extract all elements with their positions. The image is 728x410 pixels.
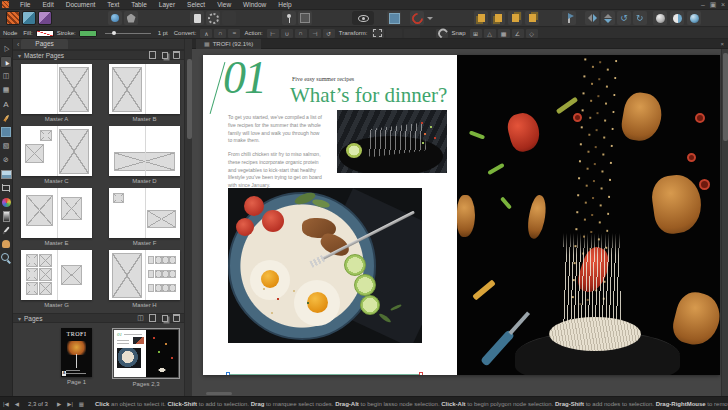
info-circle-icon[interactable] [108, 11, 122, 25]
canvas-hscroll-thumb[interactable] [206, 392, 232, 395]
smooth-curve-icon[interactable] [295, 29, 307, 38]
maximize-button[interactable]: ▣ [708, 0, 718, 10]
smooth-node-icon[interactable] [214, 29, 226, 38]
master-thumbnail[interactable] [21, 64, 92, 114]
snap-construction-icon[interactable] [484, 29, 496, 38]
minimize-button[interactable]: – [698, 0, 708, 10]
frame-text-tool-icon[interactable] [0, 70, 12, 82]
flip-vertical-icon[interactable] [601, 11, 615, 25]
master-thumbnail[interactable] [21, 126, 92, 176]
chapter-number[interactable]: 01 [223, 55, 265, 104]
insert-inside-icon[interactable] [670, 11, 684, 25]
canvas-vertical-scrollbar[interactable] [721, 49, 728, 396]
pages-header[interactable]: ▾ Pages [13, 313, 184, 323]
snap-candidates-icon[interactable] [470, 29, 482, 38]
snap-guides-icon[interactable] [512, 29, 524, 38]
document-tab[interactable]: ▦ TROFI (92.1%) [196, 39, 261, 49]
pin-icon[interactable] [282, 11, 296, 25]
sharp-node-icon[interactable] [200, 29, 212, 38]
master-pages-header[interactable]: ▾ Master Pages [13, 50, 184, 60]
page-3-full-bleed-photo[interactable] [457, 55, 720, 375]
rotate-red-icon[interactable] [410, 11, 424, 25]
menu-table[interactable]: Table [125, 0, 153, 10]
reverse-curves-icon[interactable] [323, 29, 335, 38]
gear-icon[interactable] [206, 11, 220, 25]
designer-persona-icon[interactable] [22, 11, 36, 25]
page-2[interactable]: 01 Five easy summer recipes What’s for d… [203, 55, 457, 375]
salmon-photo[interactable] [337, 110, 447, 173]
join-curves-icon[interactable] [309, 29, 321, 38]
fill-gradient-tool-icon[interactable] [0, 196, 12, 208]
move-tool-icon[interactable] [0, 42, 12, 54]
line-start-node-handle[interactable] [226, 372, 230, 375]
pentagon-icon[interactable] [124, 11, 138, 25]
panel-scrollbar[interactable] [184, 39, 192, 396]
last-spread-button[interactable]: ▶| [67, 401, 73, 407]
page-1-thumbnail[interactable]: TROFI A [61, 328, 92, 377]
line-end-node-handle[interactable] [419, 372, 423, 375]
article-title[interactable]: What’s for dinner? [290, 83, 447, 108]
insert-ontop-icon[interactable] [687, 11, 701, 25]
snap-grid-icon[interactable] [498, 29, 510, 38]
blank-button[interactable] [222, 11, 236, 25]
artistic-text-tool-icon[interactable] [0, 98, 12, 110]
close-curve-icon[interactable] [281, 29, 293, 38]
spread-icon[interactable] [136, 314, 145, 322]
delete-master-icon[interactable] [172, 51, 181, 59]
add-page-icon[interactable] [148, 314, 157, 322]
move-to-front-icon[interactable] [474, 11, 488, 25]
duplicate-master-icon[interactable] [160, 51, 169, 59]
zoom-tool-icon[interactable] [0, 252, 12, 264]
pen-tool-icon[interactable] [0, 112, 12, 124]
hand-tool-icon[interactable] [0, 238, 12, 250]
smart-node-icon[interactable] [228, 29, 240, 38]
rectangle-tool-icon[interactable] [0, 126, 12, 138]
rotate-ccw-icon[interactable] [617, 11, 631, 25]
clipboard-icon[interactable] [298, 11, 312, 25]
picture-frame-rect-icon[interactable] [0, 140, 12, 152]
pages-2-3-thumbnail-selected[interactable]: 01 [112, 328, 180, 379]
margins-icon[interactable] [387, 11, 401, 25]
menu-layer[interactable]: Layer [153, 0, 181, 10]
menu-document[interactable]: Document [60, 0, 102, 10]
menu-file[interactable]: File [14, 0, 36, 10]
insert-behind-icon[interactable] [653, 11, 667, 25]
master-thumbnail[interactable] [21, 250, 92, 300]
rotate-cw-icon[interactable] [633, 11, 647, 25]
collapse-panel-icon[interactable]: ‹ [17, 41, 19, 48]
close-button[interactable]: × [718, 0, 728, 10]
document-icon[interactable] [190, 11, 204, 25]
stroke-width-value[interactable]: 1 pt [158, 30, 168, 36]
color-picker-tool-icon[interactable] [0, 224, 12, 236]
stroke-swatch[interactable] [79, 30, 97, 37]
caret-down-icon[interactable] [426, 11, 434, 25]
publisher-persona-icon[interactable] [6, 11, 20, 25]
add-master-icon[interactable] [148, 51, 157, 59]
pages-panel-tab[interactable]: Pages [21, 39, 67, 49]
spread-grid-icon[interactable]: ▦ [79, 401, 84, 407]
fill-swatch[interactable] [36, 30, 54, 37]
master-thumbnail[interactable] [109, 188, 180, 238]
move-to-back-icon[interactable] [525, 11, 539, 25]
snap-magnet-icon[interactable] [436, 29, 448, 38]
node-tool-icon[interactable] [0, 56, 12, 68]
delete-page-icon[interactable] [172, 314, 181, 322]
stroke-width-slider[interactable] [105, 33, 151, 34]
first-spread-button[interactable]: |◀ [3, 401, 9, 407]
snap-spread-icon[interactable] [526, 29, 538, 38]
master-thumbnail[interactable] [109, 126, 180, 176]
menu-view[interactable]: View [211, 0, 237, 10]
next-spread-button[interactable]: ▶ [57, 401, 61, 407]
flip-horizontal-icon[interactable] [585, 11, 599, 25]
master-thumbnail[interactable] [109, 250, 180, 300]
panel-scrollbar-thumb[interactable] [187, 59, 192, 139]
breakfast-bowl-photo[interactable] [228, 188, 422, 343]
vector-crop-tool-icon[interactable] [0, 182, 12, 194]
close-tab-icon[interactable]: × [720, 41, 724, 47]
picture-frame-ellipse-icon[interactable] [0, 154, 12, 166]
menu-help[interactable]: Help [272, 0, 297, 10]
previous-spread-button[interactable]: ◀ [15, 401, 19, 407]
move-forward-icon[interactable] [491, 11, 505, 25]
selected-line-object[interactable] [228, 374, 421, 375]
move-backward-icon[interactable] [508, 11, 522, 25]
